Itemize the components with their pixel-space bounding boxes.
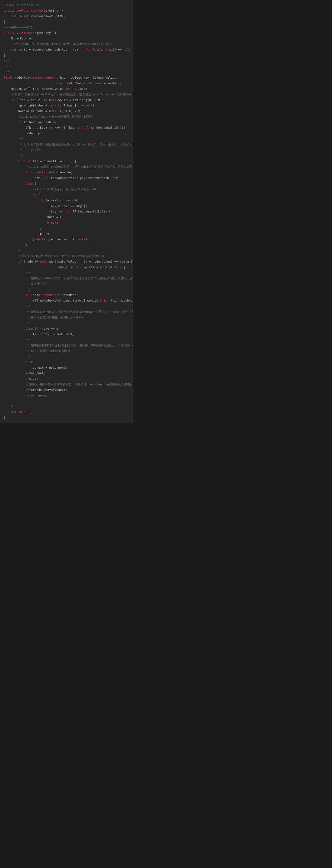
code-line: ((k = p.key) == key || (key != null && k… <box>4 125 129 131</box>
code-line: //1.1 如果这个node刚好key值相同，运气好，找到了 <box>4 114 129 120</box>
code-line: /** <box>4 136 129 142</box>
code-line: if (p.hash == hash && <box>4 120 129 125</box>
code-line: //通过前面的步骤1找到了对应的Node,现在我们就需要删除它了 <box>4 253 129 259</box>
code-line: } <box>4 415 129 421</box>
code-line: ++modCount; <box>4 370 129 376</box>
code-line: * 1.2 运气不好，在数组中找到的Node虽然hash相同了，但key值不同，… <box>4 142 129 147</box>
code-line: else if ((e = p.next) != null) { <box>4 158 129 164</box>
code-line: } <box>4 53 129 58</box>
code-line: boolean matchValue, boolean movable) { <box>4 81 129 86</box>
code-line: (p = tab[index = (n - 1) & hash]) != nul… <box>4 103 129 108</box>
code-line: Node<K,V> node = null, e; K k; V v; <box>4 108 129 114</box>
code-line: do { <box>4 192 129 198</box>
code-line: /** <box>4 337 129 343</box>
code-line: tab[index] = node.next; <box>4 332 129 337</box>
code-block: //HashSet的remove方法public boolean remove(… <box>0 0 133 423</box>
code-line: * 及常用方法】 <box>4 281 129 287</box>
code-line: break; <box>4 220 129 225</box>
code-line: afterNodeRemoval(node); <box>4 387 129 393</box>
code-line: node = ((TreeNode<K,V>)p).getTreeNode(ha… <box>4 175 129 181</box>
code-content: //HashSet的remove方法public boolean remove(… <box>0 2 133 421</box>
code-line: return (e = removeNode(hash(key), key, n… <box>4 47 129 53</box>
code-line: } <box>4 248 129 253</box>
code-line: ((k = e.key) == key || <box>4 203 129 209</box>
code-line: */ <box>4 320 129 326</box>
code-line: * 第一个位置的引用指向链表的下一个即可 <box>4 315 129 320</box>
code-line: if (node != null && (!matchValue || (v =… <box>4 259 129 265</box>
code-line: public V remove(Object key) { <box>4 30 129 36</box>
code-line: //HashSet的remove方法 <box>4 2 129 8</box>
code-line: if ((tab = table) != null && (n = tab.le… <box>4 97 129 103</box>
code-line: } <box>4 404 129 409</box>
code-line: //1.2.2 如果是链表，遍历链表找到对应node <box>4 186 129 192</box>
code-line: else { <box>4 181 129 186</box>
code-line: //删除后可能存在存储结构的调整，可参考【LinkedHashMap如何保证顺序… <box>4 381 129 387</box>
code-line: node = p; <box>4 131 129 136</box>
code-line: */ <box>4 354 129 359</box>
code-line: p.next = node.next; <box>4 365 129 370</box>
code-line: } <box>4 225 129 231</box>
code-line: return null; <box>4 409 129 415</box>
code-line: } <box>4 19 129 25</box>
code-line: /** <box>4 304 129 309</box>
code-line: (value != null && value.equals(v)))) { <box>4 265 129 270</box>
code-line: } <box>4 398 129 404</box>
code-line: */ <box>4 287 129 292</box>
code-line: * 如果是TreeNode类型，删除方法是通过红黑树节点删除实现的，具体可以参考… <box>4 276 129 281</box>
code-line: * 如果是链表的情况，当找到的节点就是数组hash位置的第一个元素，那么该元素删… <box>4 309 129 315</box>
code-line: (key != null && key.equals(k)))) { <box>4 209 129 214</box>
code-line: --size; <box>4 376 129 381</box>
code-line: public boolean remove(Object o) { <box>4 8 129 13</box>
code-line: Node<K,V>[] tab; Node<K,V> p; int n, ind… <box>4 86 129 92</box>
code-line: if (e.hash == hash && <box>4 198 129 203</box>
code-line: ((TreeNode<K,V>)node).removeTreeNode(thi… <box>4 298 129 303</box>
code-line: * <box>4 64 129 69</box>
code-line: } <box>4 242 129 248</box>
code-line: p = e; <box>4 231 129 237</box>
code-line: else <box>4 359 129 365</box>
code-line: if (node instanceof TreeNode) <box>4 292 129 298</box>
code-line: Node<K,V> e; <box>4 36 129 41</box>
code-line: final Node<K,V> removeNode(int hash, Obj… <box>4 75 129 81</box>
code-line: return node; <box>4 393 129 398</box>
code-line: /** <box>4 58 129 64</box>
code-line: * 往下找； <box>4 147 129 153</box>
code-line: //map的remove方法 <box>4 25 129 30</box>
code-line: /** <box>4 270 129 276</box>
code-line: } while ((e = e.next) != null); <box>4 237 129 242</box>
code-line: */ <box>4 153 129 158</box>
code-line: node = e; <box>4 214 129 220</box>
code-line: //通过hash(key)找到元素在数组中的位置，再调用removeNode方法… <box>4 41 129 47</box>
code-line: else if (node == p) <box>4 326 129 332</box>
code-line: if (p instanceof TreeNode) <box>4 169 129 175</box>
code-line: //1.2.1 如果是TreeNode类型，说明HashMap当前是通过数组+红… <box>4 164 129 169</box>
code-line: * next,隔离开待删除节点即可 <box>4 348 129 354</box>
code-line: //步骤1.需要先找到key所对应Node的准确位置，首先通过(n - 1) &… <box>4 92 129 97</box>
code-line: */ <box>4 69 129 75</box>
code-line: * 如果找到的本来就是链表上的节点，也简单，将待删除节点的上一个节点的next指… <box>4 343 129 348</box>
code-line: return map.remove(o)==PRESENT; <box>4 13 129 19</box>
